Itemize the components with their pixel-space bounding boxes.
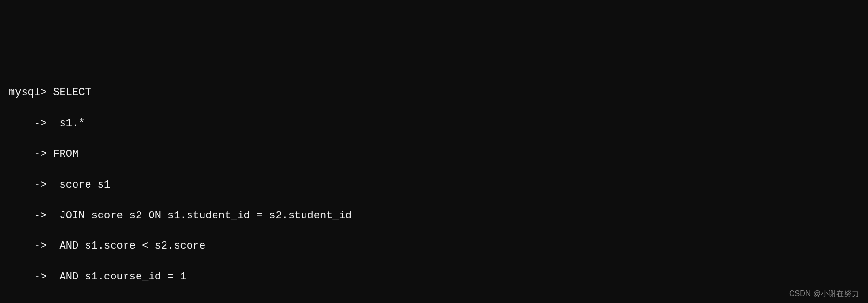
query-line: -> FROM [9, 147, 868, 162]
query-line: -> s1.* [9, 116, 868, 131]
terminal-output: mysql> SELECT -> s1.* -> FROM -> score s… [9, 70, 868, 303]
query-line: -> AND s2.course_id = 3; [9, 300, 868, 303]
query-line: -> AND s1.score < s2.score [9, 239, 868, 254]
query-line: -> JOIN score s2 ON s1.student_id = s2.s… [9, 208, 868, 224]
query-line: -> AND s1.course_id = 1 [9, 269, 868, 285]
query-line: -> score s1 [9, 177, 868, 193]
watermark: CSDN @小谢在努力 [789, 288, 859, 299]
query-line: mysql> SELECT [9, 85, 868, 101]
